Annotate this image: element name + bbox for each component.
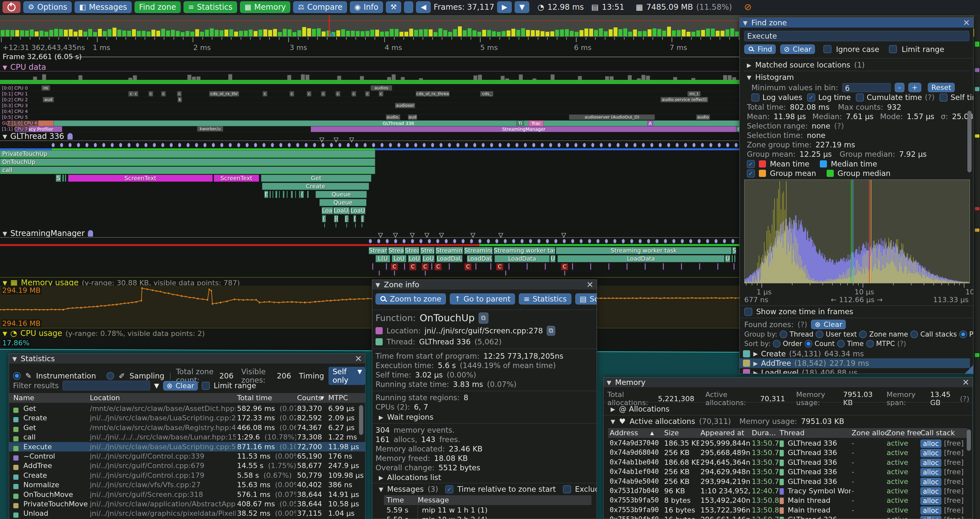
message-marker-icon[interactable]: ▽ bbox=[320, 136, 324, 143]
timeline-zone[interactable] bbox=[307, 191, 309, 198]
col-address[interactable]: Address bbox=[610, 428, 638, 438]
timeline-zone[interactable]: LoadData bbox=[557, 255, 724, 262]
timeline-zone[interactable] bbox=[476, 263, 476, 270]
timeline-zone[interactable]: S bbox=[56, 175, 61, 182]
timeline-zone[interactable]: C bbox=[422, 263, 429, 270]
cpu-zone-chip[interactable]: Ti bbox=[516, 120, 524, 126]
disconnected-icon[interactable]: ⊘ bbox=[744, 3, 751, 11]
timeline-zone[interactable]: LoaU bbox=[322, 207, 333, 214]
timeline-zone[interactable]: ScreenText bbox=[68, 175, 213, 182]
timeline-zone[interactable]: ( bbox=[322, 215, 326, 222]
collapse-icon[interactable]: ▼ bbox=[3, 330, 7, 337]
toolbar-button[interactable]: ▦Memory bbox=[240, 1, 290, 13]
mean-median-checkbox[interactable] bbox=[747, 160, 755, 168]
cpu-zone-chip[interactable]: c bbox=[336, 91, 340, 96]
timeline-zone[interactable]: LoaUp bbox=[333, 207, 350, 214]
cpu-zone-chip[interactable]: audio bbox=[696, 115, 710, 120]
clear-found-button[interactable]: ⊗Clear bbox=[811, 320, 846, 329]
toolbar-button[interactable]: Find zone bbox=[135, 1, 181, 13]
timeline-zone[interactable]: Queue bbox=[320, 199, 366, 206]
table-row[interactable]: Create jni/../jni/src/claw/base/LuaScrip… bbox=[9, 413, 365, 423]
table-row[interactable]: PrivateTouchMove jni/../jni/src/claw/app… bbox=[9, 499, 365, 509]
found-zone-row[interactable]: ▶ Create (54,131) 643.34 ms bbox=[740, 349, 970, 358]
collapse-icon[interactable]: ▼ bbox=[3, 279, 7, 286]
col-zone-free[interactable]: Zone free bbox=[887, 428, 921, 438]
message-marker-icon[interactable]: ▽ bbox=[498, 231, 503, 238]
collapse-icon[interactable]: ▼ bbox=[607, 379, 611, 386]
cpu-zone-chip[interactable]: audio.service (effect) bbox=[660, 97, 708, 102]
expand-icon[interactable]: ▶ bbox=[753, 360, 758, 367]
col-thread[interactable]: Thread bbox=[780, 428, 805, 438]
timeline-zone[interactable] bbox=[295, 191, 296, 198]
wait-regions-expander[interactable]: ▶Wait regions bbox=[379, 413, 434, 421]
self-time-checkbox[interactable] bbox=[939, 93, 948, 102]
clear-button[interactable]: ⊘Clear bbox=[780, 45, 815, 54]
timeline-zone[interactable]: C bbox=[465, 263, 471, 270]
clear-filter-button[interactable]: ⊗Clear bbox=[163, 381, 198, 390]
find-zone-titlebar[interactable]: ▼Find zone✕ bbox=[740, 18, 973, 27]
exclude-children-checkbox[interactable] bbox=[563, 485, 571, 493]
allocation-row[interactable]: 0x7531d7b040 96 KB 1:10 234,952,161 12:4… bbox=[608, 486, 967, 496]
timeline-zone[interactable]: C bbox=[409, 263, 417, 270]
timeline-zone[interactable] bbox=[404, 263, 405, 270]
toolbar-button[interactable]: ⚙Options bbox=[23, 1, 72, 13]
alloc-callstack-button[interactable]: alloc bbox=[920, 487, 942, 496]
timeline-zone[interactable] bbox=[62, 175, 64, 182]
cpu-zone-chip[interactable]: c bbox=[134, 91, 138, 96]
message-marker-icon[interactable]: ▽ bbox=[410, 231, 415, 238]
timeline-zone[interactable]: LoadDaU bbox=[436, 255, 463, 262]
cpu-zone-chip[interactable]: c bbox=[352, 91, 356, 96]
col-name[interactable]: Name bbox=[13, 393, 34, 403]
cpu-zone-chip[interactable]: StreamingManager bbox=[311, 126, 737, 132]
timeline-zone[interactable] bbox=[608, 263, 609, 270]
timeline-zone[interactable] bbox=[299, 191, 300, 198]
timeline-zone[interactable]: Strean bbox=[369, 247, 388, 254]
timeline-zone[interactable]: L(U bbox=[375, 255, 390, 262]
timeline-zone[interactable] bbox=[681, 263, 682, 270]
memory-table[interactable]: 0x74a9d37040 186.35 KB 295,999,844ns 13:… bbox=[608, 439, 967, 519]
cpu-zone-chip[interactable]: k bbox=[178, 97, 182, 102]
time-relative-checkbox[interactable] bbox=[445, 485, 453, 493]
expand-icon[interactable]: ▶ bbox=[753, 369, 758, 374]
message-marker-icon[interactable]: ▽ bbox=[562, 231, 566, 238]
timeline-zone[interactable] bbox=[272, 191, 274, 198]
timeline-zone[interactable]: Strea bbox=[405, 247, 419, 254]
found-zone-row[interactable]: ▶ AddTree (18,542) 227.19 ms bbox=[740, 358, 970, 368]
allocation-row[interactable]: 0x74a9d37040 186.35 KB 295,999,844ns 13:… bbox=[608, 439, 967, 448]
timeline-zone[interactable]: Streaming worker task bbox=[556, 247, 732, 254]
alloc-callstack-button[interactable]: alloc bbox=[920, 506, 942, 515]
timeline-zone[interactable]: call bbox=[0, 166, 375, 174]
message-marker-icon[interactable]: ▽ bbox=[439, 231, 444, 238]
matched-locations-expander[interactable]: ▶Matched source locations(1) bbox=[747, 61, 865, 69]
toolbar-button[interactable]: ≡Statistics bbox=[183, 1, 237, 13]
statistics-table-header[interactable]: Name Location Total time Counts ▼ MTPC bbox=[9, 393, 365, 403]
timeline-zone[interactable] bbox=[699, 263, 700, 270]
close-icon[interactable]: ✕ bbox=[963, 18, 970, 27]
timeline-zone[interactable]: |~ bbox=[345, 215, 348, 222]
timeline-zone[interactable]: |( bbox=[334, 215, 338, 222]
timeline-zone[interactable]: Strear bbox=[388, 247, 404, 254]
timeline-zone[interactable]: Queue bbox=[315, 191, 367, 198]
timeline-zone[interactable]: LoadDaU bbox=[467, 255, 492, 262]
collapse-icon[interactable]: ▼ bbox=[12, 355, 17, 362]
min-bin-input[interactable]: 6 bbox=[842, 83, 891, 92]
funnel-icon[interactable]: ▼ bbox=[154, 382, 159, 390]
group-by-option[interactable]: Thread bbox=[780, 331, 813, 338]
timeline-zone[interactable] bbox=[379, 271, 380, 276]
go-to-parent-button[interactable]: ↑Go to parent bbox=[450, 294, 515, 305]
cpu-zone-chip[interactable]: c bbox=[321, 91, 326, 96]
collapse-icon[interactable]: ▼ bbox=[375, 281, 380, 288]
cpu-zone-chip[interactable]: kworker/u bbox=[197, 126, 223, 131]
cpu-zone-chip[interactable]: c bbox=[262, 91, 267, 96]
timeline-zone[interactable]: OnTouchUp bbox=[0, 158, 375, 166]
group-by-option[interactable]: Call stacks bbox=[910, 331, 957, 338]
cpu-zone-chip[interactable]: c bbox=[148, 91, 153, 96]
alloc-callstack-button[interactable]: alloc bbox=[920, 449, 942, 457]
timeline-zone[interactable] bbox=[279, 191, 280, 198]
allocation-row[interactable]: 0x74a9d68040 256 KB 295,668,489ns 13:50.… bbox=[608, 448, 967, 457]
alloc-callstack-button[interactable]: alloc bbox=[920, 478, 942, 486]
cpu-zone-chip[interactable]: c bbox=[307, 91, 311, 96]
message-marker-icon[interactable]: ▽ bbox=[471, 231, 476, 238]
timeline-zone[interactable]: ( bbox=[301, 191, 304, 198]
sampling-radio[interactable] bbox=[107, 372, 114, 380]
